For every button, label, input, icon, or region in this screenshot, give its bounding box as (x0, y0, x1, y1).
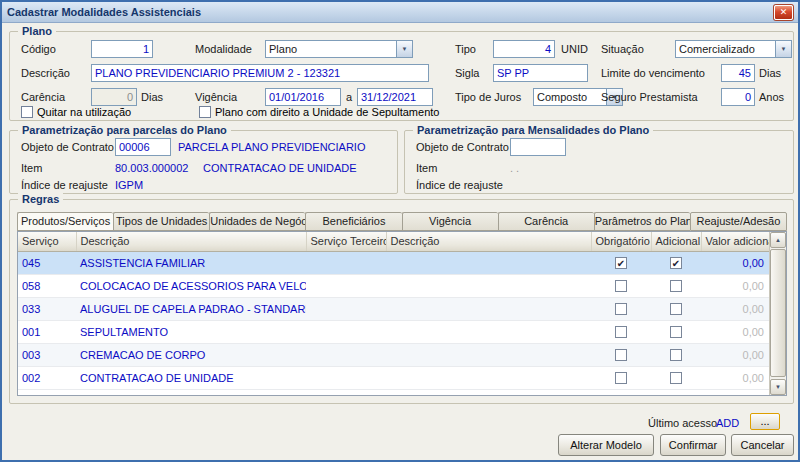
vigencia-end-input[interactable]: 31/12/2021 (357, 88, 433, 106)
situacao-value: Comercializado (676, 41, 775, 57)
table-row[interactable]: 058 COLOCACAO DE ACESSORIOS PARA VELORIO… (18, 274, 770, 297)
limite-vencimento-input[interactable]: 45 (721, 64, 755, 82)
more-button[interactable]: ... (750, 413, 780, 430)
descricao-label: Descrição (21, 64, 70, 82)
table-row[interactable]: 002 CONTRATACAO DE UNIDADE 0,00 (18, 366, 770, 389)
table-row[interactable]: 003 CREMACAO DE CORPO 0,00 (18, 343, 770, 366)
descricao-input[interactable]: PLANO PREVIDENCIARIO PREMIUM 2 - 123321 (91, 64, 429, 82)
cell-valor-adicional: 0,00 (701, 366, 770, 389)
close-button[interactable]: ✕ (774, 5, 793, 20)
obrigatorio-checkbox[interactable] (615, 303, 627, 315)
scroll-down-button[interactable]: ▼ (770, 379, 786, 395)
cell-servico-terceiro (306, 320, 386, 343)
adicional-checkbox[interactable] (670, 280, 682, 292)
col-obrigatorio[interactable]: Obrigatório (591, 232, 651, 251)
vigencia-start-input[interactable]: 01/01/2016 (265, 88, 341, 106)
cell-valor-adicional: 0,00 (701, 343, 770, 366)
servicos-grid: Serviço Descrição Serviço Terceiro Descr… (17, 231, 787, 396)
limite-vencimento-label: Limite do vencimento (601, 64, 705, 82)
cancelar-button[interactable]: Cancelar (731, 434, 794, 456)
tab-produtos-servicos[interactable]: Produtos/Serviços (17, 212, 113, 231)
cell-servico-terceiro (306, 297, 386, 320)
table-row[interactable]: 033 ALUGUEL DE CAPELA PADRAO - STANDARD … (18, 297, 770, 320)
cell-valor-adicional: 0,00 (701, 320, 770, 343)
cell-valor-adicional: 0,00 (701, 274, 770, 297)
tab-parametros-plano[interactable]: Parâmetros do Plano (594, 212, 690, 231)
parcelas-item-label: Item (21, 159, 42, 177)
seguro-input[interactable]: 0 (721, 88, 755, 106)
table-row[interactable]: 001 SEPULTAMENTO 0,00 (18, 320, 770, 343)
regras-tabstrip: Produtos/Serviços Tipos de Unidades Unid… (17, 212, 787, 231)
adicional-checkbox[interactable] (670, 326, 682, 338)
obrigatorio-checkbox[interactable] (615, 280, 627, 292)
cell-servico-terceiro (306, 251, 386, 274)
col-descricao[interactable]: Descrição (76, 232, 306, 251)
codigo-input[interactable]: 1 (91, 40, 153, 58)
adicional-checkbox[interactable] (670, 349, 682, 361)
cell-servico: 058 (18, 274, 76, 297)
alterar-modelo-button[interactable]: Alterar Modelo (558, 434, 654, 456)
parcelas-objeto-input[interactable]: 00006 (115, 138, 171, 156)
window-title: Cadastrar Modalidades Assistenciais (7, 6, 774, 18)
parcelas-group-title: Parametrização para parcelas do Plano (18, 124, 231, 136)
obrigatorio-checkbox[interactable] (615, 349, 627, 361)
vertical-scrollbar[interactable]: ▲ ▼ (769, 232, 786, 395)
col-servico[interactable]: Serviço (18, 232, 76, 251)
carencia-input[interactable]: 0 (91, 88, 137, 106)
tab-tipos-unidades[interactable]: Tipos de Unidades (113, 212, 209, 231)
cell-descricao: ALUGUEL DE CAPELA PADRAO - STANDARD (76, 297, 306, 320)
obrigatorio-checkbox[interactable] (615, 372, 627, 384)
tab-unidades-negocio[interactable]: Unidades de Negócio (209, 212, 305, 231)
direito-sepultamento-checkbox-label: Plano com direito a Unidade de Sepultame… (215, 106, 439, 119)
chevron-down-icon: ▼ (775, 41, 791, 57)
grid-header-row: Serviço Descrição Serviço Terceiro Descr… (18, 232, 770, 251)
table-row[interactable]: 045 ASSISTENCIA FAMILIAR ✔ ✔ 0,00 (18, 251, 770, 274)
direito-sepultamento-checkbox[interactable] (199, 106, 211, 118)
cell-servico: 002 (18, 366, 76, 389)
close-icon: ✕ (780, 7, 788, 17)
cell-servico: 003 (18, 343, 76, 366)
cell-descricao-terceiro (386, 251, 591, 274)
tab-carencia[interactable]: Carência (498, 212, 594, 231)
sigla-input[interactable]: SP PP (493, 64, 588, 82)
cell-servico: 045 (18, 251, 76, 274)
cell-valor-adicional: 0,00 (701, 251, 770, 274)
situacao-select[interactable]: Comercializado ▼ (675, 40, 792, 58)
col-valor-adicional[interactable]: Valor adicional (701, 232, 770, 251)
cell-descricao-terceiro (386, 297, 591, 320)
mensalidades-group: Parametrização para Mensalidades do Plan… (404, 130, 794, 194)
adicional-checkbox[interactable] (670, 372, 682, 384)
col-adicional[interactable]: Adicional (651, 232, 701, 251)
obrigatorio-checkbox[interactable] (615, 326, 627, 338)
plano-group: Plano Código 1 Modalidade Plano ▼ Tipo 4… (9, 31, 794, 121)
mensalidades-objeto-input[interactable] (510, 138, 566, 156)
situacao-label: Situação (601, 40, 644, 58)
cell-descricao: SEPULTAMENTO (76, 320, 306, 343)
parcelas-item-value: 80.003.000002 (115, 159, 188, 177)
tipo-input[interactable]: 4 (493, 40, 555, 58)
modalidade-select[interactable]: Plano ▼ (265, 40, 413, 58)
obrigatorio-checkbox[interactable]: ✔ (615, 257, 627, 269)
mensalidades-item-label: Item (416, 159, 437, 177)
cell-servico-terceiro (306, 343, 386, 366)
col-descricao-terceiro[interactable]: Descrição (386, 232, 591, 251)
confirmar-button[interactable]: Confirmar (660, 434, 726, 456)
scrollbar-thumb[interactable] (770, 249, 786, 377)
titlebar[interactable]: Cadastrar Modalidades Assistenciais ✕ (2, 2, 798, 23)
parcelas-indice-label: Índice de reajuste (21, 176, 108, 194)
scroll-up-button[interactable]: ▲ (770, 232, 786, 248)
tab-beneficiarios[interactable]: Beneficiários (305, 212, 401, 231)
adicional-checkbox[interactable] (670, 303, 682, 315)
quitar-checkbox[interactable] (21, 106, 33, 118)
adicional-checkbox[interactable]: ✔ (670, 257, 682, 269)
cell-servico-terceiro (306, 366, 386, 389)
vigencia-separator: a (346, 88, 352, 106)
modalidade-label: Modalidade (195, 40, 252, 58)
quitar-checkbox-label: Quitar na utilização (37, 106, 131, 119)
tab-reajuste-adesao[interactable]: Reajuste/Adesão (690, 212, 787, 231)
seguro-suffix: Anos (759, 88, 784, 106)
col-servico-terceiro[interactable]: Serviço Terceiro (306, 232, 386, 251)
tab-vigencia[interactable]: Vigência (402, 212, 498, 231)
cell-descricao: ASSISTENCIA FAMILIAR (76, 251, 306, 274)
regras-group: Regras Produtos/Serviços Tipos de Unidad… (9, 199, 794, 404)
